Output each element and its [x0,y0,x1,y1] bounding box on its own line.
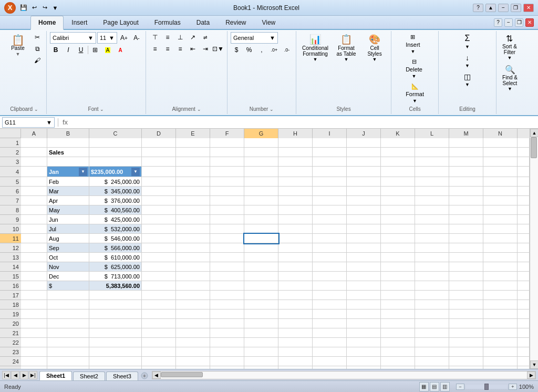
cell-h10[interactable] [278,224,313,234]
number-format-dropdown[interactable]: General ▼ [231,32,278,44]
cell-h13[interactable] [278,253,313,262]
cell-k10[interactable] [381,224,415,234]
cell-k14[interactable] [381,262,415,272]
cell-k21[interactable] [381,328,415,338]
cell-n19[interactable] [483,310,518,319]
cell-o17[interactable] [518,291,530,300]
cell-l4[interactable] [415,167,449,177]
cell-a10[interactable] [21,224,47,234]
zoom-slider[interactable] [465,385,508,389]
indent-dec-button[interactable]: ⇤ [187,44,199,54]
cell-l8[interactable] [415,205,449,215]
minimize-button[interactable]: − [498,4,509,12]
sheet-tab-1[interactable]: Sheet1 [39,371,72,380]
cell-k15[interactable] [381,272,415,281]
cell-d20[interactable] [142,319,176,328]
cell-e24[interactable] [176,357,210,366]
cell-i4[interactable] [313,167,347,177]
cell-a3[interactable] [21,157,47,167]
cell-e11[interactable] [176,234,210,243]
cell-a12[interactable] [21,243,47,253]
cell-n12[interactable] [483,243,518,253]
comma-button[interactable]: , [256,45,267,55]
cell-f23[interactable] [210,347,244,357]
cell-j17[interactable] [347,291,381,300]
cell-m4[interactable] [449,167,483,177]
scroll-track-h[interactable] [161,372,527,379]
cell-o8[interactable] [518,205,530,215]
cell-j5[interactable] [347,177,381,187]
row-num-8[interactable]: 8 [0,205,21,215]
cell-j12[interactable] [347,243,381,253]
cell-i6[interactable] [313,187,347,196]
cell-m7[interactable] [449,196,483,205]
cell-a7[interactable] [21,196,47,205]
cell-k19[interactable] [381,310,415,319]
row-num-2[interactable]: 2 [0,148,21,157]
cell-h7[interactable] [278,196,313,205]
cell-m16[interactable] [449,281,483,291]
cell-o21[interactable] [518,328,530,338]
row-num-23[interactable]: 23 [0,347,21,357]
fx-button[interactable]: fx [61,118,69,126]
cell-j6[interactable] [347,187,381,196]
cell-e10[interactable] [176,224,210,234]
wrap-text-button[interactable]: ⇌ [200,32,211,43]
cell-j2[interactable] [347,148,381,157]
cell-a13[interactable] [21,253,47,262]
cell-i12[interactable] [313,243,347,253]
cell-b14[interactable]: Nov [47,262,89,272]
cell-k20[interactable] [381,319,415,328]
prev-sheet-button[interactable]: ◀ [11,371,19,379]
cell-e18[interactable] [176,300,210,310]
cut-button[interactable]: ✂ [32,32,43,43]
tab-data[interactable]: Data [189,16,218,29]
cell-k2[interactable] [381,148,415,157]
cell-c23[interactable] [89,347,142,357]
cell-c4-dropdown[interactable]: ▼ [131,168,140,176]
tab-home[interactable]: Home [30,16,64,30]
row-num-16[interactable]: 16 [0,281,21,291]
cell-l10[interactable] [415,224,449,234]
conditional-formatting-button[interactable]: 📊 ConditionalFormatting ▼ [299,32,331,64]
redo-qa-button[interactable]: ↪ [40,3,49,13]
cell-d7[interactable] [142,196,176,205]
cell-g5[interactable] [244,177,278,187]
col-header-k[interactable]: K [381,129,415,138]
name-box-arrow[interactable]: ▼ [46,119,52,126]
cell-j22[interactable] [347,338,381,347]
cell-j13[interactable] [347,253,381,262]
cell-h11[interactable] [278,234,313,243]
cell-b8[interactable]: May [47,205,89,215]
cell-i23[interactable] [313,347,347,357]
cell-f14[interactable] [210,262,244,272]
cell-l21[interactable] [415,328,449,338]
cell-m20[interactable] [449,319,483,328]
cell-k23[interactable] [381,347,415,357]
cell-j20[interactable] [347,319,381,328]
cell-i22[interactable] [313,338,347,347]
cell-o9[interactable] [518,215,530,224]
cell-h14[interactable] [278,262,313,272]
last-sheet-button[interactable]: ▶| [29,371,37,379]
cell-g7[interactable] [244,196,278,205]
paste-button[interactable]: 📋 Paste ▼ [5,32,30,59]
cell-e20[interactable] [176,319,210,328]
cell-j8[interactable] [347,205,381,215]
cell-m12[interactable] [449,243,483,253]
col-header-g[interactable]: G [244,129,278,138]
clear-button[interactable]: ◫ ▼ [458,71,477,89]
cell-k7[interactable] [381,196,415,205]
row-num-11[interactable]: 11 [0,234,21,243]
currency-button[interactable]: $ [231,45,242,55]
cell-m18[interactable] [449,300,483,310]
clear-arrow[interactable]: ▼ [465,82,470,87]
cell-e6[interactable] [176,187,210,196]
cell-b7[interactable]: Apr [47,196,89,205]
cell-f8[interactable] [210,205,244,215]
cell-c5[interactable]: $ 245,000.00 [89,177,142,187]
align-left-button[interactable]: ≡ [149,44,161,54]
cell-n14[interactable] [483,262,518,272]
cell-f17[interactable] [210,291,244,300]
cell-i21[interactable] [313,328,347,338]
